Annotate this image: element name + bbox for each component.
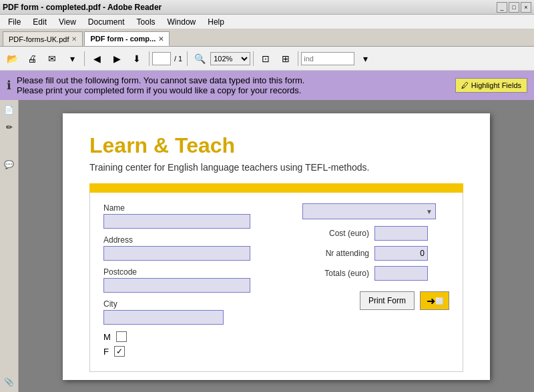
- page-number-input[interactable]: 1: [152, 52, 171, 65]
- name-label: Name: [103, 203, 289, 213]
- gender-m-row: M: [103, 331, 289, 342]
- nr-label: Nr attending: [302, 249, 369, 258]
- notification-line2: Please print your completed form if you …: [17, 85, 304, 95]
- name-field: Name: [103, 203, 289, 229]
- cost-input[interactable]: [374, 226, 428, 241]
- notification-icon: ℹ: [7, 78, 11, 93]
- find-input[interactable]: [301, 52, 354, 65]
- left-attach-btn[interactable]: 📎: [2, 375, 17, 389]
- notification-bar: ℹ Please fill out the following form. Yo…: [0, 71, 534, 100]
- close-button[interactable]: ×: [521, 2, 531, 13]
- form-area: Name Address Postcode City: [89, 193, 463, 372]
- address-field: Address: [103, 235, 289, 261]
- form-right: ▼ Cost (euro) Nr attending Totals (e: [302, 203, 449, 361]
- find-dropdown-btn[interactable]: ▾: [356, 50, 374, 67]
- left-toolbar: 📄 ✏ 💬 📎: [0, 100, 19, 392]
- gender-m-checkbox[interactable]: [116, 331, 127, 342]
- toolbar-nav-btn[interactable]: ⬇: [127, 50, 146, 67]
- highlight-icon: 🖊: [461, 81, 469, 89]
- arrow-right-icon: ➜: [427, 295, 435, 307]
- tab-pdf-forms-close[interactable]: ✕: [71, 35, 77, 43]
- highlight-fields-label: Highlight Fields: [471, 81, 521, 89]
- notification-text: Please fill out the following form. You …: [17, 75, 304, 95]
- left-page-btn[interactable]: 📄: [2, 103, 17, 117]
- totals-input[interactable]: [374, 266, 428, 281]
- zoom-select[interactable]: 102%: [210, 52, 250, 65]
- pdf-title: Learn & Teach: [89, 133, 463, 158]
- window-title: PDF form - completed.pdf - Adobe Reader: [3, 3, 162, 12]
- sep2: [149, 51, 150, 66]
- postcode-label: Postcode: [103, 267, 289, 277]
- tab-pdf-completed-close[interactable]: ✕: [158, 35, 164, 43]
- menu-bar: File Edit View Document Tools Window Hel…: [0, 15, 534, 29]
- button-row: Print Form ➜ ⬜: [302, 291, 449, 310]
- nr-attending-field: Nr attending: [302, 246, 449, 261]
- menu-file[interactable]: File: [3, 16, 26, 28]
- form-left: Name Address Postcode City: [103, 203, 289, 361]
- print-form-button[interactable]: Print Form: [360, 291, 415, 310]
- toolbar-back-btn[interactable]: ◀: [87, 50, 106, 67]
- pdf-page: Learn & Teach Training center for Englis…: [63, 113, 490, 380]
- tab-bar: PDF-forms-UK.pdf ✕ PDF form - comp... ✕: [0, 29, 534, 47]
- sep5: [298, 51, 298, 66]
- postcode-field: Postcode: [103, 267, 289, 293]
- tab-pdf-forms[interactable]: PDF-forms-UK.pdf ✕: [3, 31, 83, 46]
- address-label: Address: [103, 235, 289, 245]
- page-of-label: / 1: [174, 55, 182, 63]
- main-area: 📄 ✏ 💬 📎 Learn & Teach Training center fo…: [0, 100, 534, 392]
- toolbar-fit-btn[interactable]: ⊡: [256, 50, 275, 67]
- city-field: City: [103, 299, 289, 325]
- sep1: [84, 51, 85, 66]
- title-bar: PDF form - completed.pdf - Adobe Reader …: [0, 0, 534, 15]
- menu-edit[interactable]: Edit: [27, 16, 52, 28]
- cost-field: Cost (euro): [302, 226, 449, 241]
- totals-label: Totals (euro): [302, 269, 369, 278]
- gender-checkboxes: M F ✓: [103, 331, 289, 357]
- gender-m-label: M: [103, 332, 111, 342]
- arrow-icon2: ⬜: [435, 297, 443, 305]
- cost-label: Cost (euro): [302, 229, 369, 238]
- menu-help[interactable]: Help: [202, 16, 230, 28]
- toolbar: 📂 🖨 ✉ ▾ ◀ ▶ ⬇ 1 / 1 🔍 102% ⊡ ⊞ ▾: [0, 47, 534, 71]
- pdf-subtitle: Training center for English language tea…: [89, 162, 463, 173]
- tab-pdf-forms-label: PDF-forms-UK.pdf: [9, 35, 69, 43]
- tab-pdf-completed[interactable]: PDF form - comp... ✕: [84, 31, 170, 46]
- toolbar-dropdown-btn[interactable]: ▾: [63, 50, 81, 67]
- notification-line1: Please fill out the following form. You …: [17, 75, 304, 85]
- maximize-button[interactable]: □: [509, 2, 519, 13]
- highlight-fields-button[interactable]: 🖊 Highlight Fields: [455, 78, 527, 93]
- pdf-area: Learn & Teach Training center for Englis…: [19, 100, 534, 392]
- yellow-bar: [89, 183, 463, 193]
- submit-button[interactable]: ➜ ⬜: [420, 291, 449, 310]
- address-input[interactable]: [103, 246, 250, 261]
- nr-input[interactable]: [374, 246, 428, 261]
- toolbar-zoom-out[interactable]: 🔍: [190, 50, 209, 67]
- toolbar-open-btn[interactable]: 📂: [3, 50, 21, 67]
- totals-field: Totals (euro): [302, 266, 449, 281]
- gender-f-checkbox[interactable]: ✓: [114, 346, 125, 357]
- window-controls: _ □ ×: [497, 2, 531, 13]
- toolbar-print-btn[interactable]: 🖨: [23, 50, 41, 67]
- toolbar-email-btn[interactable]: ✉: [43, 50, 61, 67]
- menu-document[interactable]: Document: [83, 16, 130, 28]
- city-label: City: [103, 299, 289, 309]
- city-input[interactable]: [103, 310, 224, 325]
- toolbar-fwd-btn[interactable]: ▶: [107, 50, 126, 67]
- menu-view[interactable]: View: [53, 16, 81, 28]
- sep3: [187, 51, 188, 66]
- postcode-input[interactable]: [103, 278, 250, 293]
- left-comment-btn[interactable]: 💬: [2, 157, 17, 172]
- tab-pdf-completed-label: PDF form - comp...: [90, 35, 156, 43]
- menu-tools[interactable]: Tools: [131, 16, 161, 28]
- menu-window[interactable]: Window: [162, 16, 202, 28]
- minimize-button[interactable]: _: [497, 2, 507, 13]
- chevron-down-icon: ▼: [426, 208, 433, 215]
- name-input[interactable]: [103, 214, 250, 229]
- gender-f-label: F: [103, 347, 109, 357]
- sep4: [253, 51, 254, 66]
- left-edit-btn[interactable]: ✏: [2, 120, 17, 135]
- gender-f-row: F ✓: [103, 346, 289, 357]
- course-dropdown[interactable]: ▼: [302, 203, 436, 219]
- toolbar-fullscreen-btn[interactable]: ⊞: [276, 50, 295, 67]
